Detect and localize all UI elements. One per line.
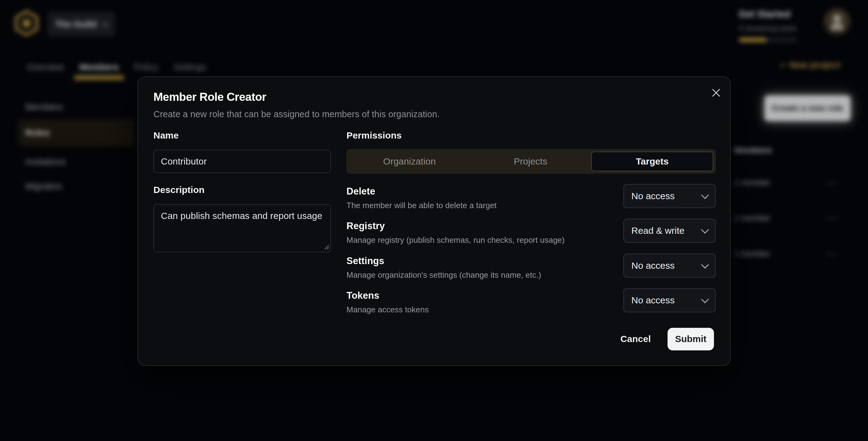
description-label: Description <box>153 185 205 195</box>
dialog-footer: Cancel Submit <box>153 325 714 353</box>
app-screen: The Guild Get Started 4 remaining tasks … <box>0 0 868 441</box>
tab-targets[interactable]: Targets <box>591 152 713 171</box>
select-value: No access <box>631 260 675 271</box>
resize-handle-icon[interactable] <box>324 244 330 250</box>
delete-access-select[interactable]: No access <box>623 184 716 208</box>
tab-targets-label: Targets <box>636 156 669 167</box>
name-label: Name <box>153 130 179 141</box>
select-value: Read & write <box>631 225 685 236</box>
dialog-title: Member Role Creator <box>153 91 266 104</box>
tab-organization-label: Organization <box>383 156 436 167</box>
cancel-button[interactable]: Cancel <box>617 328 654 350</box>
tab-projects-label: Projects <box>514 156 547 167</box>
chevron-down-icon <box>701 295 709 303</box>
chevron-down-icon <box>701 226 709 233</box>
settings-access-select[interactable]: No access <box>623 254 716 278</box>
role-name-input[interactable] <box>153 150 331 173</box>
permissions-tablist: Organization Projects Targets <box>346 149 716 174</box>
chevron-down-icon <box>701 191 709 199</box>
permission-row-tokens: Tokens Manage access tokens No access <box>346 288 716 323</box>
tokens-access-select[interactable]: No access <box>623 288 716 312</box>
select-value: No access <box>631 295 675 306</box>
close-icon <box>711 88 721 98</box>
permissions-label: Permissions <box>346 130 402 141</box>
permission-row-delete: Delete The member will be able to delete… <box>346 184 716 219</box>
dialog-subtitle: Create a new role that can be assigned t… <box>153 109 440 119</box>
description-field-wrap: Can publish schemas and report usage <box>153 204 331 252</box>
select-value: No access <box>631 191 675 201</box>
chevron-down-icon <box>701 261 709 269</box>
tab-organization[interactable]: Organization <box>349 152 470 171</box>
permission-row-registry: Registry Manage registry (publish schema… <box>346 219 716 253</box>
close-button[interactable] <box>708 85 724 100</box>
role-description-textarea[interactable]: Can publish schemas and report usage <box>153 204 331 252</box>
tab-projects[interactable]: Projects <box>470 152 591 171</box>
permission-row-settings: Settings Manage organization's settings … <box>346 254 716 288</box>
registry-access-select[interactable]: Read & write <box>623 219 716 243</box>
submit-button[interactable]: Submit <box>668 328 714 350</box>
member-role-creator-dialog: Member Role Creator Create a new role th… <box>137 76 731 366</box>
